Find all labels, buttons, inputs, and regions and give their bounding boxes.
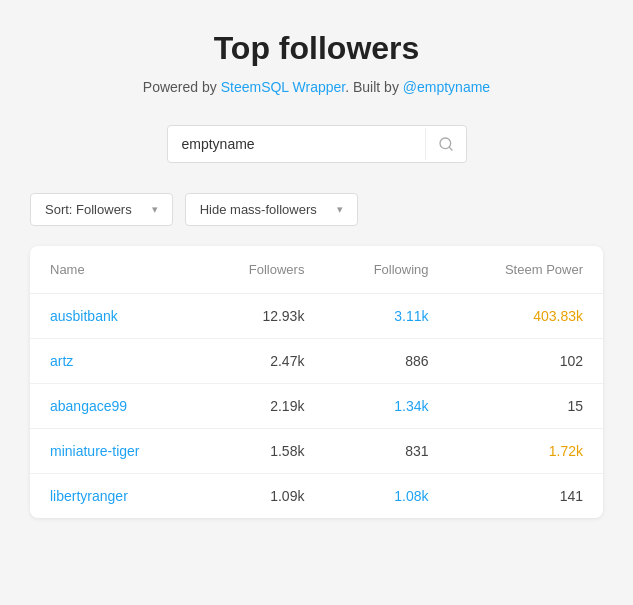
mass-label: Hide mass-followers [200, 202, 317, 217]
col-header-following: Following [324, 246, 448, 294]
row-following[interactable]: 3.11k [324, 294, 448, 339]
table-header-row: Name Followers Following Steem Power [30, 246, 603, 294]
search-icon [438, 136, 454, 152]
row-name[interactable]: libertyranger [30, 474, 199, 519]
col-header-steem-power: Steem Power [449, 246, 603, 294]
subtitle: Powered by SteemSQL Wrapper. Built by @e… [20, 79, 613, 95]
row-following[interactable]: 1.34k [324, 384, 448, 429]
sort-label: Sort: Followers [45, 202, 132, 217]
col-header-name: Name [30, 246, 199, 294]
followers-table: Name Followers Following Steem Power aus… [30, 246, 603, 518]
row-followers: 2.19k [199, 384, 324, 429]
built-by-text: . Built by [345, 79, 403, 95]
row-following[interactable]: 1.08k [324, 474, 448, 519]
search-wrapper [167, 125, 467, 163]
row-steem-power: 15 [449, 384, 603, 429]
row-name[interactable]: abangace99 [30, 384, 199, 429]
row-followers: 1.58k [199, 429, 324, 474]
table-row: abangace992.19k1.34k15 [30, 384, 603, 429]
row-steem-power: 403.83k [449, 294, 603, 339]
search-input[interactable] [168, 126, 425, 162]
row-name[interactable]: miniature-tiger [30, 429, 199, 474]
col-header-followers: Followers [199, 246, 324, 294]
chevron-down-icon: ▾ [152, 203, 158, 216]
row-followers: 12.93k [199, 294, 324, 339]
search-container [20, 125, 613, 163]
chevron-down-icon-2: ▾ [337, 203, 343, 216]
svg-line-1 [449, 147, 452, 150]
subtitle-prefix: Powered by [143, 79, 221, 95]
row-steem-power: 102 [449, 339, 603, 384]
page-title: Top followers [20, 30, 613, 67]
sort-filter[interactable]: Sort: Followers ▾ [30, 193, 173, 226]
row-followers: 2.47k [199, 339, 324, 384]
row-name[interactable]: artz [30, 339, 199, 384]
table-row: miniature-tiger1.58k8311.72k [30, 429, 603, 474]
row-name[interactable]: ausbitbank [30, 294, 199, 339]
table-row: artz2.47k886102 [30, 339, 603, 384]
author-link[interactable]: @emptyname [403, 79, 490, 95]
row-followers: 1.09k [199, 474, 324, 519]
table-row: ausbitbank12.93k3.11k403.83k [30, 294, 603, 339]
table-row: libertyranger1.09k1.08k141 [30, 474, 603, 519]
row-steem-power: 141 [449, 474, 603, 519]
row-following: 886 [324, 339, 448, 384]
steemsql-link[interactable]: SteemSQL Wrapper [221, 79, 346, 95]
page-container: Top followers Powered by SteemSQL Wrappe… [0, 0, 633, 605]
mass-filter[interactable]: Hide mass-followers ▾ [185, 193, 358, 226]
row-steem-power: 1.72k [449, 429, 603, 474]
filters-container: Sort: Followers ▾ Hide mass-followers ▾ [20, 193, 613, 226]
table-container: Name Followers Following Steem Power aus… [30, 246, 603, 518]
search-button[interactable] [425, 128, 466, 160]
row-following: 831 [324, 429, 448, 474]
